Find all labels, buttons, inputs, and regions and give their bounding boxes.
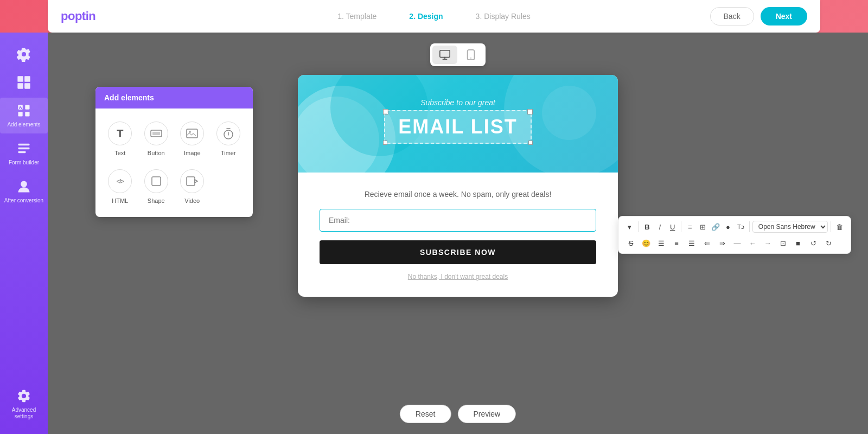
svg-text:A: A — [19, 105, 22, 110]
toolbar-arrow-left-btn[interactable]: ← — [745, 236, 760, 250]
panel-item-html[interactable]: </> HTML — [104, 165, 136, 208]
panel-item-video[interactable]: Video — [176, 165, 208, 208]
nav-step-design: 2. Design — [409, 12, 443, 21]
no-thanks-link[interactable]: No thanks, I don't want great deals — [408, 273, 508, 280]
toolbar-color-btn[interactable]: ⊞ — [697, 220, 709, 234]
toolbar-undo-btn[interactable]: ↺ — [806, 236, 820, 250]
sidebar-form-label: Form builder — [9, 159, 39, 166]
video-label: Video — [184, 197, 200, 204]
toolbar-redo-btn[interactable]: ↻ — [821, 236, 835, 250]
svg-rect-6 — [25, 105, 29, 110]
panel-item-timer[interactable]: Timer — [213, 117, 245, 161]
add-elements-panel: Add elements T Text Button — [95, 87, 253, 217]
svg-rect-21 — [152, 177, 161, 186]
sidebar-item-after-conversion[interactable]: After conversion — [0, 174, 48, 209]
sidebar-item-advanced-settings[interactable]: Advanced settings — [0, 383, 48, 425]
toolbar-indent-left-btn[interactable]: ⇐ — [700, 236, 714, 250]
timer-icon — [216, 122, 240, 145]
email-input[interactable] — [320, 209, 596, 232]
sidebar-add-elements-label: Add elements — [7, 122, 40, 128]
bottom-buttons: Reset Preview — [400, 405, 516, 423]
panel-item-button[interactable]: Button — [141, 117, 173, 161]
top-nav: poptin 1. Template 2. Design 3. Display … — [48, 0, 820, 33]
sidebar-conversion-label: After conversion — [4, 197, 43, 204]
button-label: Button — [148, 150, 165, 156]
toolbar-ol-btn[interactable]: ☰ — [654, 236, 668, 250]
toolbar-emoji-btn[interactable]: 😊 — [639, 236, 653, 250]
sidebar-item-form-builder[interactable]: Form builder — [0, 136, 48, 171]
toolbar-underline-btn[interactable]: U — [667, 220, 678, 234]
svg-rect-18 — [187, 129, 197, 138]
popup-subtitle: Subscribe to our great — [420, 98, 495, 107]
toolbar-box-btn[interactable]: ⊡ — [776, 236, 790, 250]
left-sidebar: A Add elements Form builder After conver… — [0, 33, 48, 434]
sidebar-item-settings[interactable] — [0, 41, 48, 67]
subscribe-button[interactable]: SUBSCRIBE NOW — [320, 240, 596, 264]
sidebar-advanced-label: Advanced settings — [2, 407, 46, 420]
svg-rect-7 — [18, 112, 23, 116]
toolbar-fill-btn[interactable]: ● — [722, 220, 733, 234]
font-select[interactable]: Open Sans Hebrew — [752, 221, 828, 233]
toolbar-text-size-btn[interactable]: Tↄ — [735, 220, 746, 234]
toolbar-italic-btn[interactable]: I — [654, 220, 666, 234]
toolbar-bold-btn[interactable]: B — [641, 220, 653, 234]
toolbar-fill-box-btn[interactable]: ■ — [791, 236, 805, 250]
toolbar-hr-btn[interactable]: — — [730, 236, 744, 250]
svg-rect-10 — [18, 148, 30, 150]
toolbar-ul-btn[interactable]: ≡ — [669, 236, 684, 250]
toolbar-indent-right-btn[interactable]: ⇒ — [715, 236, 729, 250]
svg-rect-11 — [18, 151, 26, 154]
panel-item-shape[interactable]: Shape — [141, 165, 173, 208]
panel-header: Add elements — [95, 87, 253, 108]
toolbar-align-btn[interactable]: ≡ — [684, 220, 695, 234]
toolbar-row-2: S 😊 ☰ ≡ ☰ ⇐ ⇒ — ← → ⊡ ■ ↺ ↻ — [624, 236, 845, 250]
html-label: HTML — [112, 197, 128, 204]
html-icon: </> — [108, 169, 132, 193]
button-icon — [144, 122, 168, 145]
popup-body: Recieve email once a week. No spam, only… — [298, 173, 618, 297]
image-label: Image — [184, 150, 201, 156]
popup-header: Subscribe to our great EMAIL LIST — [298, 75, 618, 173]
toolbar-delete-btn[interactable]: 🗑 — [834, 220, 845, 234]
nav-steps: 1. Template 2. Design 3. Display Rules — [337, 12, 531, 21]
toolbar-arrow-right-btn[interactable]: → — [761, 236, 775, 250]
popup-title: EMAIL LIST — [398, 116, 517, 138]
toolbar-dropdown-btn[interactable]: ▾ — [624, 220, 635, 234]
popup-description: Recieve email once a week. No spam, only… — [365, 189, 552, 200]
popup-canvas: Subscribe to our great EMAIL LIST ▾ B I — [298, 75, 618, 297]
main-layout: A Add elements Form builder After conver… — [0, 33, 868, 434]
sidebar-item-add-elements[interactable]: A Add elements — [0, 98, 48, 133]
svg-rect-3 — [24, 83, 30, 89]
svg-rect-8 — [25, 112, 29, 116]
svg-rect-17 — [152, 132, 160, 135]
video-icon — [180, 169, 204, 193]
svg-rect-1 — [24, 76, 30, 82]
panel-item-image[interactable]: Image — [176, 117, 208, 161]
back-button[interactable]: Back — [710, 7, 754, 25]
desktop-view-btn[interactable] — [432, 46, 457, 64]
toolbar-divider-3 — [749, 221, 750, 232]
mobile-view-btn[interactable] — [458, 46, 483, 64]
toolbar-link-btn[interactable]: 🔗 — [710, 220, 721, 234]
panel-grid: T Text Button Image — [95, 108, 253, 217]
svg-rect-13 — [440, 50, 450, 58]
preview-button[interactable]: Preview — [457, 405, 516, 423]
toolbar-divider-4 — [831, 221, 831, 232]
nav-buttons: Back Next — [710, 7, 807, 25]
editor-toolbar: ▾ B I U ≡ ⊞ 🔗 ● Tↄ Open Sans Hebrew — [618, 216, 851, 254]
text-label: Text — [114, 150, 125, 156]
svg-point-15 — [470, 58, 471, 59]
svg-point-12 — [21, 181, 27, 188]
content-area: Subscribe to our great EMAIL LIST ▾ B I — [48, 33, 868, 434]
next-button[interactable]: Next — [761, 7, 807, 25]
reset-button[interactable]: Reset — [400, 405, 451, 423]
toolbar-strikethrough-btn[interactable]: S — [624, 236, 638, 250]
sidebar-item-blocks[interactable] — [0, 69, 48, 95]
toolbar-list2-btn[interactable]: ☰ — [685, 236, 699, 250]
popup-title-container[interactable]: EMAIL LIST — [384, 110, 531, 144]
panel-item-text[interactable]: T Text — [104, 117, 136, 161]
svg-rect-22 — [187, 177, 195, 186]
toolbar-row-1: ▾ B I U ≡ ⊞ 🔗 ● Tↄ Open Sans Hebrew — [624, 220, 845, 234]
svg-rect-0 — [17, 76, 23, 82]
device-toggle — [430, 43, 486, 66]
